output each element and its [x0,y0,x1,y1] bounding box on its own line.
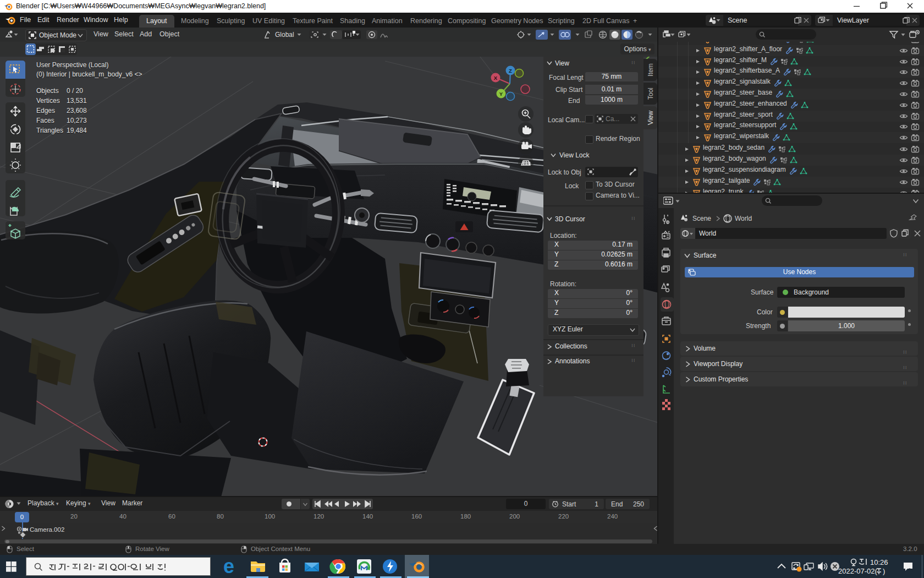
svg-text:World: World [735,215,752,222]
svg-text:Global: Global [275,31,294,39]
svg-text:Scene: Scene [692,215,711,222]
svg-text:Y: Y [499,91,503,97]
svg-text:2022-07-02(: 2022-07-02( [838,567,877,575]
svg-text:10:26: 10:26 [870,558,888,566]
svg-text:): ) [883,567,885,575]
svg-text:e: e [223,555,234,577]
svg-text:X: X [494,75,498,81]
svg-text:Z: Z [509,68,512,74]
